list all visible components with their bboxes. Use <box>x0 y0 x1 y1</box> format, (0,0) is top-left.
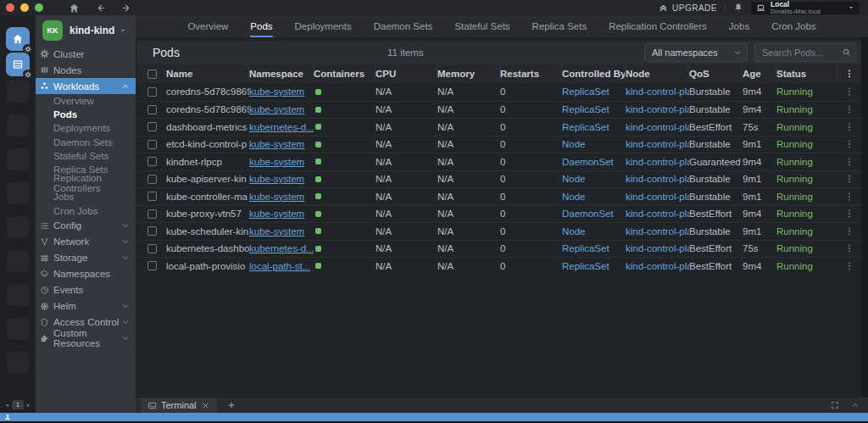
table-row[interactable]: local-path-provisiolocal-path-st...N/AN/… <box>137 257 861 275</box>
sidebar-item-custom-resources[interactable]: Custom Resources <box>36 331 136 347</box>
controlled-by-link[interactable]: Node <box>562 174 586 184</box>
namespace-link[interactable]: kube-system <box>249 209 304 219</box>
sidebar-item-events[interactable]: Events <box>36 282 136 298</box>
row-menu-icon[interactable] <box>844 209 854 219</box>
row-checkbox[interactable] <box>147 122 157 131</box>
close-window-button[interactable] <box>6 3 14 12</box>
node-link[interactable]: kind-control-pla <box>626 226 689 237</box>
chevron-down-icon[interactable] <box>121 334 130 342</box>
table-row[interactable]: kube-controller-makube-systemN/AN/A0Node… <box>137 187 861 205</box>
table-row[interactable]: kube-scheduler-kinkube-systemN/AN/A0Node… <box>137 222 861 240</box>
node-link[interactable]: kind-control-pla <box>626 243 689 253</box>
column-header-namespace[interactable]: Namespace <box>249 64 314 83</box>
row-menu-icon[interactable] <box>844 261 854 271</box>
column-header-restarts[interactable]: Restarts <box>500 64 562 83</box>
row-menu-icon[interactable] <box>844 139 854 149</box>
tab-cron-jobs[interactable]: Cron Jobs <box>771 15 815 37</box>
node-link[interactable]: kind-control-pla <box>626 209 689 219</box>
tab-jobs[interactable]: Jobs <box>729 15 749 37</box>
namespace-link[interactable]: kube-system <box>249 192 304 202</box>
row-checkbox[interactable] <box>147 261 157 270</box>
row-menu-icon[interactable] <box>844 104 854 114</box>
controlled-by-link[interactable]: ReplicaSet <box>562 86 609 97</box>
namespace-filter-select[interactable]: All namespaces <box>644 43 748 62</box>
cluster-switcher[interactable]: KK kind-kind <box>36 15 136 46</box>
tab-replica-sets[interactable]: Replica Sets <box>532 15 587 37</box>
node-link[interactable]: kind-control-pla <box>626 261 689 271</box>
table-row[interactable]: etcd-kind-control-pkube-systemN/AN/A0Nod… <box>137 136 861 153</box>
sidebar-subitem-cron-jobs[interactable]: Cron Jobs <box>36 204 136 218</box>
tab-daemon-sets[interactable]: Daemon Sets <box>374 15 433 37</box>
table-row[interactable]: kubernetes-dashbokubernetes-d...N/AN/A0R… <box>137 240 861 258</box>
row-checkbox[interactable] <box>147 105 157 114</box>
node-link[interactable]: kind-control-pla <box>626 104 689 114</box>
table-row[interactable]: dashboard-metricskubernetes-d...N/AN/A0R… <box>137 118 861 136</box>
controlled-by-link[interactable]: ReplicaSet <box>562 122 609 132</box>
sidebar-item-storage[interactable]: Storage <box>36 250 136 266</box>
row-menu-icon[interactable] <box>844 174 854 184</box>
column-header-qos[interactable]: QoS <box>689 64 743 83</box>
namespace-link[interactable]: kube-system <box>249 226 304 237</box>
sidebar-subitem-deployments[interactable]: Deployments <box>36 121 136 135</box>
expand-dock-icon[interactable] <box>831 401 839 409</box>
sidebar-subitem-stateful-sets[interactable]: Stateful Sets <box>36 149 136 163</box>
chevron-down-icon[interactable] <box>121 221 130 230</box>
close-icon[interactable] <box>201 401 210 410</box>
upgrade-button[interactable]: UPGRADE <box>659 3 717 13</box>
row-menu-icon[interactable] <box>844 192 854 202</box>
namespace-link[interactable]: local-path-st... <box>249 261 310 271</box>
search-input[interactable] <box>754 43 856 62</box>
row-checkbox[interactable] <box>147 175 157 184</box>
sidebar-item-network[interactable]: Network <box>36 234 136 250</box>
user-icon[interactable] <box>4 414 11 420</box>
sidebar-item-config[interactable]: Config <box>36 218 136 234</box>
sidebar-subitem-overview[interactable]: Overview <box>36 94 136 108</box>
bell-icon[interactable] <box>733 3 743 13</box>
controlled-by-link[interactable]: DaemonSet <box>562 209 614 219</box>
chevron-down-icon[interactable] <box>121 302 130 310</box>
chevron-down-icon[interactable] <box>121 253 130 262</box>
node-link[interactable]: kind-control-pla <box>626 139 689 149</box>
row-checkbox[interactable] <box>147 209 157 219</box>
zoom-window-button[interactable] <box>35 3 43 12</box>
controlled-by-link[interactable]: DaemonSet <box>562 157 614 167</box>
open-dock-chevron-icon[interactable] <box>851 401 860 409</box>
tab-replication-controllers[interactable]: Replication Controllers <box>609 15 707 37</box>
sidebar-item-nodes[interactable]: Nodes <box>36 62 136 78</box>
row-checkbox[interactable] <box>147 157 157 166</box>
hotbar-item-catalog[interactable] <box>6 27 30 51</box>
row-checkbox[interactable] <box>147 226 157 236</box>
row-menu-icon[interactable] <box>844 122 854 132</box>
namespace-link[interactable]: kube-system <box>249 86 304 97</box>
pager-next-icon[interactable]: ▸ <box>27 402 31 409</box>
pager-prev-icon[interactable]: ◂ <box>5 402 8 409</box>
controlled-by-link[interactable]: Node <box>562 139 586 149</box>
sidebar-item-helm[interactable]: Helm <box>36 298 136 314</box>
row-menu-icon[interactable] <box>844 86 854 97</box>
row-menu-icon[interactable] <box>844 243 854 253</box>
column-header-status[interactable]: Status <box>776 64 837 83</box>
sidebar-item-namespaces[interactable]: Namespaces <box>36 266 136 282</box>
home-nav-icon[interactable] <box>69 3 80 14</box>
node-link[interactable]: kind-control-pla <box>626 192 689 202</box>
namespace-link[interactable]: kube-system <box>249 174 304 184</box>
new-terminal-button[interactable] <box>227 401 236 409</box>
chevron-down-icon[interactable] <box>121 318 130 326</box>
column-header-cpu[interactable]: CPU <box>376 64 437 83</box>
sidebar-subitem-pods[interactable]: Pods <box>36 108 136 121</box>
namespace-link[interactable]: kubernetes-d... <box>249 122 314 132</box>
column-header-name[interactable]: Name <box>166 64 249 83</box>
node-link[interactable]: kind-control-pla <box>626 122 689 132</box>
sidebar-item-cluster[interactable]: Cluster <box>36 46 136 62</box>
tab-stateful-sets[interactable]: Stateful Sets <box>454 15 509 37</box>
controlled-by-link[interactable]: ReplicaSet <box>562 261 609 271</box>
namespace-link[interactable]: kube-system <box>249 139 304 149</box>
namespace-link[interactable]: kubernetes-d... <box>249 243 314 253</box>
select-all-checkbox[interactable] <box>147 70 157 79</box>
table-row[interactable]: coredns-5d78c9869kube-systemN/AN/A0Repli… <box>137 83 861 101</box>
controlled-by-link[interactable]: ReplicaSet <box>562 243 609 253</box>
chevron-up-icon[interactable] <box>121 82 130 91</box>
tab-overview[interactable]: Overview <box>187 15 228 37</box>
controlled-by-link[interactable]: Node <box>562 192 586 202</box>
namespace-link[interactable]: kube-system <box>249 157 304 167</box>
